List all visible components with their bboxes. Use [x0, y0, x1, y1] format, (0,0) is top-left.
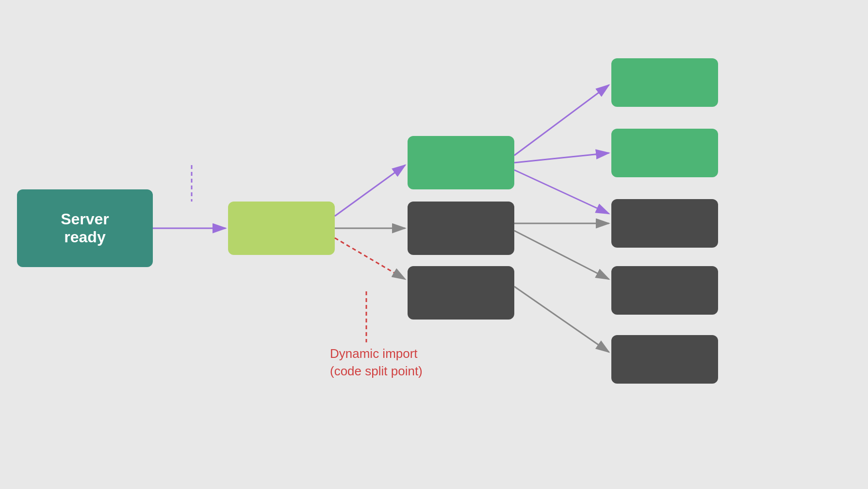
server-ready-label: Serverready — [61, 210, 109, 246]
route-dark-box — [408, 202, 514, 255]
module-3-box — [611, 199, 718, 248]
svg-line-9 — [514, 85, 609, 155]
module-1-box — [611, 58, 718, 107]
svg-line-12 — [514, 231, 609, 279]
svg-line-13 — [514, 287, 609, 352]
module-4-box — [611, 266, 718, 315]
server-ready-box: Serverready — [17, 189, 153, 267]
module-2-box — [611, 129, 718, 177]
dynamic-import-label: Dynamic import(code split point) — [330, 345, 423, 380]
svg-line-10 — [514, 153, 609, 163]
dots-module-box — [611, 335, 718, 384]
dots-dark-box — [408, 266, 514, 320]
entry-box — [228, 202, 335, 255]
svg-line-14 — [514, 170, 609, 214]
svg-line-7 — [335, 238, 405, 279]
svg-line-5 — [335, 165, 405, 216]
route-green-box — [408, 136, 514, 189]
